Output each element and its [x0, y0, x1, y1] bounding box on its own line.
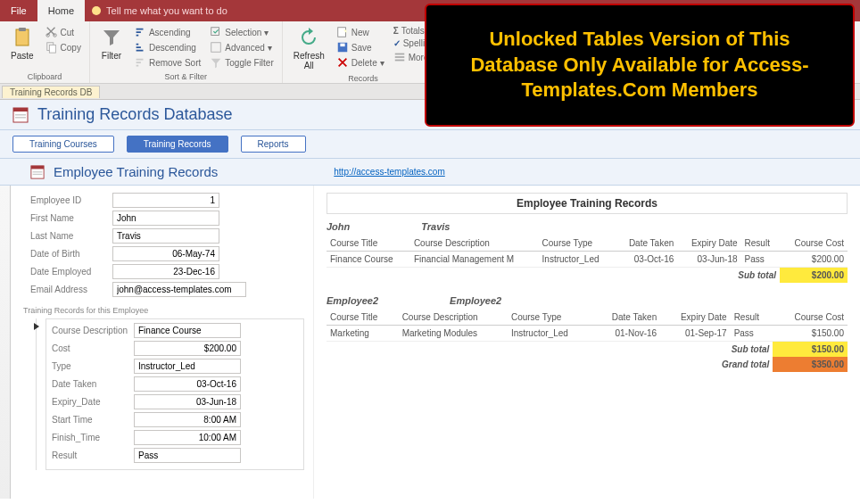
save-icon — [336, 41, 349, 54]
database-title: Training Records Database — [37, 105, 232, 124]
more-icon — [393, 51, 406, 63]
employee-name-1: John Travis — [327, 221, 848, 232]
ribbon-label-records: Records — [288, 74, 439, 83]
delete-button[interactable]: Delete▾ — [334, 55, 387, 70]
toggle-filter-icon — [210, 56, 222, 69]
ribbon-label-clipboard: Clipboard — [5, 72, 84, 81]
label-first: First Name — [30, 213, 112, 223]
col-course-title: Course Title — [327, 235, 410, 252]
input-start-time[interactable] — [134, 412, 241, 427]
svg-rect-8 — [338, 28, 346, 37]
promo-overlay: Unlocked Tables Version of This Database… — [425, 4, 855, 127]
object-tab-training-records[interactable]: Training Records DB — [2, 86, 100, 98]
tab-home[interactable]: Home — [37, 0, 85, 21]
svg-rect-6 — [211, 28, 219, 36]
col-course-desc: Course Description — [410, 235, 539, 252]
label-cost: Cost — [52, 343, 134, 353]
paste-button[interactable]: Paste — [5, 25, 39, 62]
input-dob[interactable] — [112, 246, 219, 261]
ribbon-group-records: Refresh All New Save Delete▾ ΣTotals ✓Sp… — [283, 21, 445, 83]
selection-icon — [210, 26, 222, 38]
remove-sort-button[interactable]: Remove Sort — [131, 55, 203, 70]
report-table-1: Course Title Course Description Course T… — [327, 235, 848, 283]
sort-asc-button[interactable]: Ascending — [131, 25, 203, 39]
new-icon — [336, 26, 349, 38]
input-last-name[interactable] — [112, 228, 219, 244]
input-type[interactable] — [134, 359, 241, 374]
subtotal-value: $200.00 — [780, 268, 848, 284]
grandtotal-value: $350.00 — [773, 357, 848, 372]
subtotal-label: Sub total — [327, 342, 773, 358]
grandtotal-label: Grand total — [327, 357, 773, 372]
form-icon — [12, 107, 29, 123]
svg-rect-10 — [340, 44, 344, 47]
chevron-down-icon: ▾ — [264, 28, 269, 37]
subform-header: Employee Training Records http://access-… — [0, 159, 860, 186]
input-date-employed[interactable] — [112, 264, 219, 279]
ribbon-group-sortfilter: Filter Ascending Descending Remove Sort … — [90, 21, 283, 83]
sort-desc-icon — [134, 41, 146, 54]
label-type: Type — [52, 361, 134, 371]
col-expiry-date: Expiry Date — [677, 235, 740, 252]
label-result: Result — [52, 450, 134, 460]
promo-text: Unlocked Tables Version of This Database… — [448, 27, 831, 103]
funnel-icon — [101, 27, 122, 48]
nav-training-records[interactable]: Training Records — [127, 136, 228, 153]
input-cost[interactable] — [134, 341, 241, 356]
nav-training-courses[interactable]: Training Courses — [12, 136, 114, 153]
svg-rect-18 — [15, 114, 26, 116]
col-result: Result — [741, 235, 780, 252]
record-selector[interactable] — [0, 186, 11, 499]
delete-icon — [336, 56, 349, 69]
refresh-all-button[interactable]: Refresh All — [288, 25, 330, 72]
label-last: Last Name — [30, 231, 112, 241]
record-pointer-icon — [34, 323, 39, 330]
svg-rect-1 — [19, 28, 26, 31]
col-date-taken: Date Taken — [616, 235, 678, 252]
table-row: Marketing Marketing Modules Instructor_L… — [327, 326, 848, 342]
input-email[interactable] — [112, 282, 246, 297]
input-result[interactable] — [134, 448, 241, 463]
input-empid[interactable] — [112, 193, 219, 208]
label-email: Email Address — [30, 285, 112, 294]
table-row: Finance Course Financial Management M In… — [327, 252, 848, 268]
lightbulb-icon — [92, 6, 101, 15]
save-button[interactable]: Save — [334, 40, 387, 54]
col-course-type: Course Type — [539, 235, 616, 252]
content-area: Employee ID First Name Last Name Date of… — [0, 186, 860, 499]
input-finish-time[interactable] — [134, 430, 241, 445]
copy-button[interactable]: Copy — [43, 40, 84, 54]
label-dexp: Expiry_Date — [52, 397, 134, 407]
advanced-button[interactable]: Advanced▾ — [207, 40, 276, 54]
tell-me-placeholder: Tell me what you want to do — [106, 5, 227, 16]
advanced-icon — [210, 41, 222, 54]
new-button[interactable]: New — [334, 25, 387, 39]
label-cdesc: Course Description — [52, 326, 134, 335]
label-stime: Start Time — [52, 415, 134, 425]
spelling-icon: ✓ — [393, 38, 401, 48]
selection-button[interactable]: Selection▾ — [207, 25, 276, 39]
svg-rect-0 — [16, 29, 29, 45]
svg-rect-21 — [31, 165, 44, 169]
input-first-name[interactable] — [112, 211, 219, 226]
sort-desc-button[interactable]: Descending — [131, 40, 203, 54]
employee-name-2: Employee2 Employee2 — [327, 295, 848, 306]
svg-rect-13 — [394, 60, 404, 62]
filter-button[interactable]: Filter — [95, 25, 128, 70]
input-course-desc[interactable] — [134, 323, 241, 338]
input-date-taken[interactable] — [134, 376, 241, 392]
copy-icon — [45, 41, 58, 54]
cut-button[interactable]: Cut — [43, 25, 84, 39]
nav-reports[interactable]: Reports — [241, 136, 306, 153]
tab-file[interactable]: File — [0, 0, 37, 21]
label-ftime: Finish_Time — [52, 433, 134, 442]
nav-row: Training Courses Training Records Report… — [0, 130, 860, 159]
input-expiry-date[interactable] — [134, 394, 241, 409]
svg-rect-23 — [33, 173, 43, 174]
toggle-filter-button[interactable]: Toggle Filter — [207, 55, 276, 70]
report-pane: Employee Training Records John Travis Co… — [314, 186, 860, 499]
svg-rect-22 — [33, 171, 43, 172]
report-table-2: Course Title Course Description Course T… — [327, 310, 848, 372]
svg-rect-17 — [13, 108, 28, 112]
subform-link[interactable]: http://access-templates.com — [334, 167, 445, 177]
